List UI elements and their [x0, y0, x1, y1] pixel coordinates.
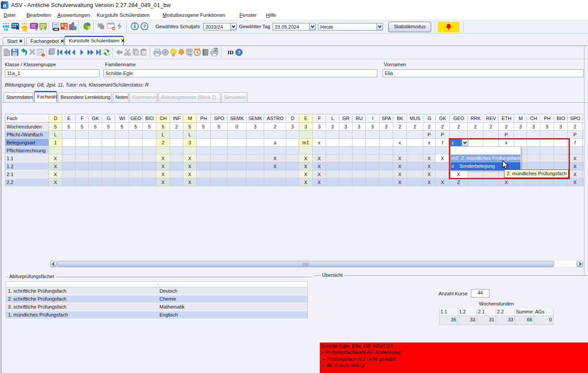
svg-text:?: ? — [238, 50, 241, 55]
svg-text:TB: TB — [188, 54, 192, 57]
svg-text:a: a — [3, 1, 7, 9]
svg-text:?: ? — [143, 24, 146, 29]
svg-text:ID: ID — [228, 49, 234, 56]
svg-text:Z: Z — [215, 48, 217, 52]
